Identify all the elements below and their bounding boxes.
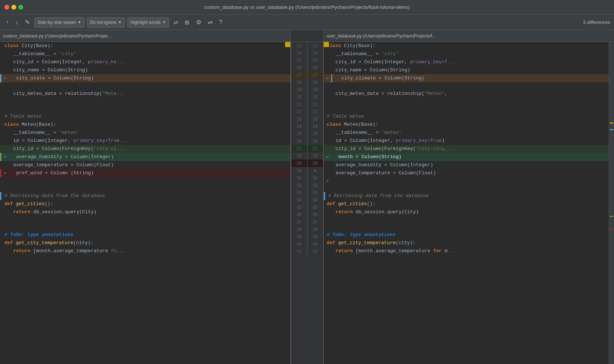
ignore-dropdown-arrow: ▼ [118,20,122,24]
bookmark-right-top [324,42,329,47]
table-row: def get_city_temperature(city): [0,239,290,247]
table-row: city_id = Column(ForeignKey('city.city_.… [324,145,609,153]
table-row: def get_city_temperature(city): [324,239,609,247]
line-number-row: 1919 [291,86,323,93]
line-number-row: 2222 [291,108,323,115]
traffic-lights [4,5,23,10]
line-number-row: 3838 [291,226,323,233]
table-row: __tablename__ = 'city' [0,50,290,58]
table-row [324,224,609,231]
close-button[interactable] [4,5,9,10]
table-row [0,255,290,263]
table-row: average_temperature = Column(Float) Dele… [324,169,609,177]
table-row: average_temperature = Column(Float) [0,161,290,169]
maximize-button[interactable] [18,5,23,10]
toolbar: ↑ ↓ ✎ Side-by-side viewer ▼ Do not ignor… [0,15,614,30]
table-row: return db_session.query(City) [324,208,609,216]
table-row [324,263,609,270]
line-number-row: 30« [291,167,323,174]
table-row: class City(Base): [0,42,290,50]
line-number-row: 1313 [291,42,323,49]
center-line-numbers: 1313 1414 1515 1616 1717 1818 1919 2020 … [291,42,324,364]
table-row: city_name = Column(String) [324,66,609,74]
line-number-row: 2424 [291,123,323,130]
line-number-row: 3434 [291,196,323,204]
ignore-dropdown[interactable]: Do not ignore ▼ [87,17,125,28]
nav-edit-button[interactable]: ✎ [23,17,32,28]
table-row [0,105,290,113]
table-row: return [month.average_temperature fo... [0,247,290,255]
column-headers: custom_database.py (/Users/jetbrains/Pyc… [0,30,614,42]
line-number-row: 1616 [291,64,323,71]
table-row: def get_cities(): [324,200,609,208]
table-row [324,82,609,90]
nav-up-button[interactable]: ↑ [4,17,11,28]
table-row: __tablename__ = 'meteo' [0,129,290,137]
table-row: return [month.average_temperature for m.… [324,247,609,255]
table-row: id = Column(Integer, primary_key=True) [324,137,609,145]
table-row [0,216,290,224]
sync2-icon[interactable]: ⇌ [206,17,215,28]
right-code: class City(Base): __tablename__ = 'city'… [324,42,609,270]
sync-icon[interactable]: ⊞ [182,17,192,28]
table-row: average_humidity = Column(Integer) [324,161,609,169]
highlight-dropdown[interactable]: Highlight words ▼ [127,17,169,28]
line-number-row: 3131 [291,174,323,182]
scroll-marker-added [610,216,613,217]
table-row [0,185,290,192]
table-row: # ToDo: type annotations [324,231,609,239]
line-number-row: 3535 [291,204,323,211]
line-number-row: 2020 [291,93,323,101]
table-row: id = Column(Integer, primary_key=True... [0,137,290,145]
table-row: # Table meteo [0,113,290,121]
line-number-row: 2626 [291,138,323,145]
line-number-row: 2828 [291,152,323,160]
table-row [324,255,609,263]
line-number-row: 3636 [291,211,323,218]
table-row: « [324,177,609,185]
table-row: __tablename__ = 'city' [324,50,609,58]
viewer-dropdown-arrow: ▼ [78,20,81,24]
table-row: city_id = Column(Integer, primary_key=T.… [324,58,609,66]
table-row: city_meteo_data = relationship("Meteo", [324,90,609,98]
line-number-row: 3737 [291,218,323,226]
right-file-header: user_database.py (/Users/jetbrains/Pycha… [324,30,614,42]
table-row: « city_climate = Column(String) Modified… [324,74,609,82]
diff-container: class City(Base): __tablename__ = 'city'… [0,42,614,364]
table-row [0,224,290,231]
line-number-row: 2121 [291,101,323,108]
scrollbar[interactable] [609,42,614,364]
window-title: custom_database.py vs user_database.py (… [204,4,410,10]
left-file-header: custom_database.py (/Users/jetbrains/Pyc… [0,30,291,42]
line-number-row: 4141 [291,248,323,255]
table-row: __tablename__ = 'meteo' [324,129,609,137]
gear-icon[interactable]: ⚙ [194,17,203,28]
help-icon[interactable]: ? [217,17,225,28]
line-number-row: 2727 [291,145,323,152]
settings-icon[interactable]: ⇄ [171,17,180,28]
minimize-button[interactable] [11,5,16,10]
table-row: » city_state = Column(String) [0,74,290,82]
line-number-row: 4040 [291,240,323,248]
table-row: # ToDo: type annotations [0,231,290,239]
bookmark-left-top [285,42,290,47]
table-row [0,263,290,270]
table-row: city_meteo_data = relationship("Mete... [0,90,290,98]
table-row [0,98,290,105]
nav-down-button[interactable]: ↓ [13,17,21,28]
table-row: def get_cities(): [0,200,290,208]
table-row: class City(Base): [324,42,609,50]
left-code: class City(Base): __tablename__ = 'city'… [0,42,290,270]
table-row [324,185,609,192]
line-number-row: 1515 [291,57,323,64]
table-row: # Retrieving data from the database [324,192,609,200]
highlight-dropdown-arrow: ▼ [162,20,166,24]
table-row: « month = Column(String) Newly added lin… [324,153,609,161]
line-number-row: 3333 [291,189,323,196]
line-number-row: 1414 [291,49,323,57]
line-number-row: 2525 [291,130,323,138]
viewer-dropdown[interactable]: Side-by-side viewer ▼ [34,17,85,28]
table-row: » pref_wind = Column (String) [0,169,290,177]
table-row: # Table meteo [324,113,609,121]
titlebar: custom_database.py vs user_database.py (… [0,0,614,15]
